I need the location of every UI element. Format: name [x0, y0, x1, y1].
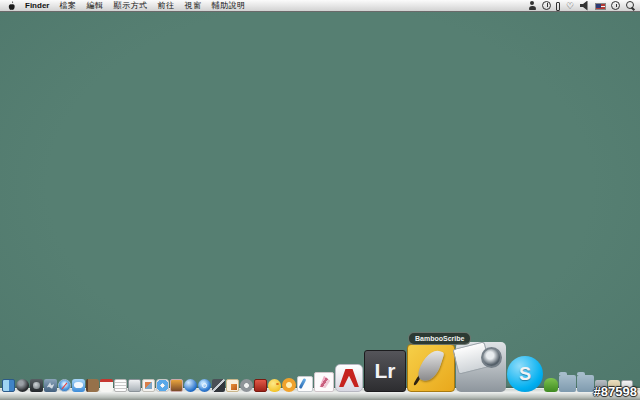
menu-bar: Finder 檔案編輯顯示方式前往視窗輔助說明 ♡ [0, 0, 640, 12]
dock-icon-flower-app[interactable] [282, 378, 296, 392]
dock-icon-blue-sphere[interactable] [184, 379, 197, 392]
user-icon[interactable] [527, 1, 537, 11]
dock-icon-itunes[interactable] [156, 379, 169, 392]
dock-icons: LrS [2, 342, 638, 392]
apple-logo-icon [7, 1, 16, 11]
volume-icon[interactable] [580, 1, 590, 11]
dock-icon-quicktime[interactable] [198, 379, 211, 392]
heart-icon[interactable]: ♡ [565, 1, 575, 11]
dock-icon-image-capture[interactable] [456, 342, 506, 392]
dock-icon-dashboard[interactable] [16, 379, 29, 392]
time-machine-icon[interactable] [542, 1, 551, 10]
input-flag-us-icon[interactable] [595, 3, 606, 10]
dock-icon-lightroom[interactable]: Lr [364, 350, 406, 392]
dock-icon-preview[interactable] [142, 379, 155, 392]
dock-icon-paint-app[interactable] [297, 376, 313, 392]
dock-icon-adobe-reader[interactable] [335, 364, 363, 392]
menu-item-4[interactable]: 視窗 [184, 0, 201, 11]
menu-item-0[interactable]: 檔案 [59, 0, 76, 11]
dock-icon-address-book[interactable] [86, 379, 99, 392]
dock-icon-calculator[interactable] [128, 379, 141, 392]
menu-item-1[interactable]: 編輯 [86, 0, 103, 11]
dock-icon-iphoto[interactable] [170, 379, 183, 392]
dock-icon-ical[interactable] [100, 379, 113, 392]
dock-icon-green-figure[interactable] [544, 378, 558, 392]
dock-icon-folder[interactable] [559, 375, 576, 392]
clock-icon[interactable] [611, 1, 620, 10]
spotlight-icon[interactable] [625, 1, 635, 11]
dock-icon-ink-pen[interactable] [212, 379, 225, 392]
dock-icon-ichat[interactable] [72, 379, 85, 392]
dock-icon-safari[interactable] [58, 379, 71, 392]
watermark-text: #87598 [594, 384, 637, 399]
menu-item-3[interactable]: 前往 [157, 0, 174, 11]
battery-icon[interactable] [556, 2, 560, 11]
dock: LrS [2, 342, 638, 392]
dock-icon-photo-booth[interactable] [30, 379, 43, 392]
dock-icon-folder[interactable] [577, 375, 594, 392]
dock-icon-finder[interactable] [2, 379, 15, 392]
dock-icon-grey-disc[interactable] [240, 379, 253, 392]
dock-icon-image-editor[interactable] [226, 379, 239, 392]
status-icons: ♡ [527, 1, 635, 11]
dock-icon-label: S [507, 356, 543, 392]
menu-item-2[interactable]: 顯示方式 [113, 0, 147, 11]
menu-item-5[interactable]: 輔助說明 [211, 0, 245, 11]
apple-menu[interactable] [7, 1, 16, 11]
active-app-name[interactable]: Finder [25, 1, 49, 10]
dock-icon-textedit[interactable] [114, 379, 127, 392]
dock-tooltip: BambooScribe [408, 332, 471, 345]
dock-icon-label: Lr [365, 351, 405, 391]
dock-icon-red-app[interactable] [254, 379, 267, 392]
dock-icon-mail[interactable] [44, 379, 57, 392]
dock-icon-pink-fan-app[interactable] [314, 372, 334, 392]
dock-icon-cyberduck[interactable] [268, 379, 281, 392]
dock-icon-skype[interactable]: S [507, 356, 543, 392]
menu-items: 檔案編輯顯示方式前往視窗輔助說明 [59, 0, 255, 11]
dock-icon-bamboo-scribe[interactable] [407, 344, 455, 392]
